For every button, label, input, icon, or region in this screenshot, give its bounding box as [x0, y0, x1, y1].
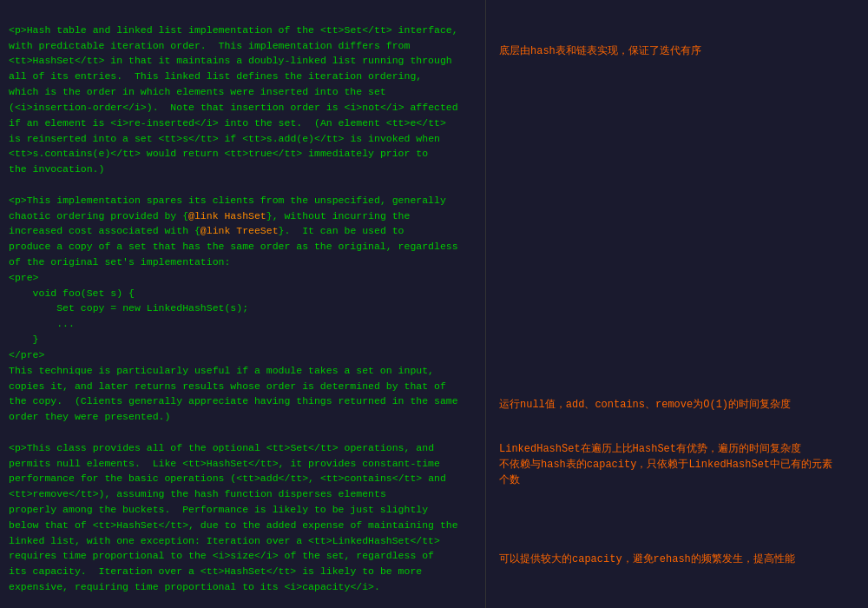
block1: <p>Hash table and linked list implementa… — [9, 24, 458, 175]
left-panel: <p>Hash table and linked list implementa… — [0, 0, 486, 608]
annotation-1: 底层由hash表和链表实现，保证了迭代有序 — [499, 43, 859, 59]
right-panel: 底层由hash表和链表实现，保证了迭代有序 运行null值，add、contai… — [486, 0, 868, 608]
code-content: <p>Hash table and linked list implementa… — [9, 7, 477, 608]
block3: <p>This class provides all of the option… — [9, 442, 458, 592]
annotation-3: LinkedHashSet在遍历上比HashSet有优势，遍历的时间复杂度不依赖… — [499, 441, 859, 488]
annotation-2: 运行null值，add、contains、remove为O(1)的时间复杂度 — [499, 397, 859, 413]
block2: <p>This implementation spares its client… — [9, 195, 458, 422]
annotation-4: 可以提供较大的capacity，避免rehash的频繁发生，提高性能 — [499, 552, 859, 567]
